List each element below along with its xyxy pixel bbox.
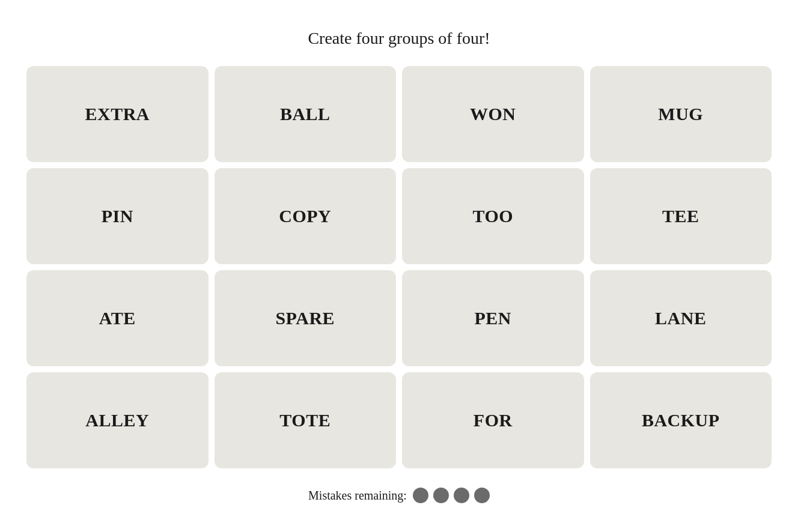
tile-lane[interactable]: LANE <box>590 270 772 366</box>
tile-word-tee: TEE <box>662 206 699 226</box>
tile-tee[interactable]: TEE <box>590 168 772 264</box>
tile-too[interactable]: TOO <box>402 168 584 264</box>
tile-for[interactable]: FOR <box>402 372 584 468</box>
tile-word-too: TOO <box>472 206 513 226</box>
tile-word-for: FOR <box>474 410 513 431</box>
tile-word-won: WON <box>470 104 516 124</box>
tile-backup[interactable]: BACKUP <box>590 372 772 468</box>
mistake-dot-1 <box>413 488 428 503</box>
tile-spare[interactable]: SPARE <box>215 270 397 366</box>
tile-word-spare: SPARE <box>275 308 335 328</box>
tile-word-copy: COPY <box>279 206 331 226</box>
tile-extra[interactable]: EXTRA <box>26 66 209 162</box>
tile-word-ball: BALL <box>280 104 330 124</box>
tile-tote[interactable]: TOTE <box>215 372 397 468</box>
tile-word-ate: ATE <box>99 308 136 328</box>
word-grid: EXTRABALLWONMUGPINCOPYTOOTEEATESPAREPENL… <box>26 66 772 468</box>
mistakes-label: Mistakes remaining: <box>308 489 407 503</box>
tile-pen[interactable]: PEN <box>402 270 584 366</box>
mistake-dot-2 <box>433 488 449 503</box>
tile-alley[interactable]: ALLEY <box>26 372 209 468</box>
mistake-dot-4 <box>474 488 490 503</box>
mistakes-dots <box>413 488 490 503</box>
tile-word-alley: ALLEY <box>85 410 149 431</box>
tile-ate[interactable]: ATE <box>26 270 209 366</box>
mistake-dot-3 <box>454 488 469 503</box>
tile-word-backup: BACKUP <box>642 410 720 431</box>
tile-won[interactable]: WON <box>402 66 584 162</box>
tile-word-tote: TOTE <box>279 410 330 431</box>
tile-word-extra: EXTRA <box>85 104 150 124</box>
mistakes-section: Mistakes remaining: <box>308 488 490 503</box>
page-title: Create four groups of four! <box>308 29 490 48</box>
tile-pin[interactable]: PIN <box>26 168 209 264</box>
tile-word-lane: LANE <box>655 308 706 328</box>
tile-ball[interactable]: BALL <box>215 66 397 162</box>
tile-copy[interactable]: COPY <box>215 168 397 264</box>
tile-word-pen: PEN <box>475 308 512 328</box>
tile-mug[interactable]: MUG <box>590 66 772 162</box>
tile-word-pin: PIN <box>102 206 133 226</box>
tile-word-mug: MUG <box>658 104 703 124</box>
